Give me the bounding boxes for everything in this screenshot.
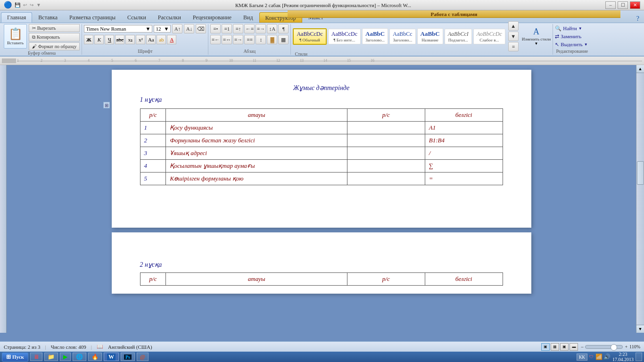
taskbar-word[interactable]: W — [104, 353, 119, 361]
window-controls: – ☐ ✕ — [605, 1, 640, 9]
tab-vid[interactable]: Вид — [238, 12, 259, 23]
decrease-indent-button[interactable]: ←≡ — [244, 24, 255, 33]
minimize-button[interactable]: – — [605, 1, 616, 9]
paste-button[interactable]: 📋 Вставить — [4, 24, 27, 49]
font-name-dropdown[interactable]: Times New Roman ▼ — [84, 25, 152, 33]
tab-recenzirovanie[interactable]: Рецензирование — [187, 12, 237, 23]
change-styles[interactable]: A Изменить стили ▼ — [522, 27, 551, 46]
multi-list-button[interactable]: ≡↑ — [233, 24, 243, 33]
find-button[interactable]: 🔍 Найти ▼ — [555, 25, 589, 32]
quick-access-undo[interactable]: ↩ — [23, 2, 27, 8]
clock[interactable]: 2:23 17.04.2013 — [612, 352, 634, 362]
scroll-up-button[interactable]: ▲ — [636, 65, 644, 73]
clear-format-button[interactable]: ⌫ — [196, 24, 206, 33]
tab-glavnaya[interactable]: Главная — [1, 12, 32, 23]
bold-button[interactable]: Ж — [84, 35, 93, 44]
font-group: Times New Roman ▼ 12 ▼ A↑ A↓ ⌫ Ж К Ч abc — [82, 24, 208, 55]
show-desktop-button[interactable] — [636, 353, 642, 361]
taskbar-media[interactable]: ▶ — [60, 353, 71, 361]
tab-ssylki[interactable]: Ссылки — [122, 12, 152, 23]
styles-scroll-up[interactable]: ▲ — [508, 21, 519, 31]
row3-pc — [347, 147, 425, 160]
quick-access-more[interactable]: ▼ — [36, 2, 41, 8]
zoom-out-button[interactable]: – — [581, 344, 583, 349]
tab-razmetka[interactable]: Разметка страницы — [64, 12, 121, 23]
font-size-dropdown[interactable]: 12 ▼ — [154, 25, 171, 33]
view-print-button[interactable]: ▣ — [541, 343, 550, 351]
quick-access-save[interactable]: 💾 — [15, 2, 20, 8]
format-painter-button[interactable]: 🖌 Формат по образцу — [29, 42, 80, 50]
table-expand-icon[interactable]: ⊞ — [103, 102, 110, 108]
highlight-color-button[interactable]: ab — [157, 35, 166, 44]
show-para-button[interactable]: ¶ — [278, 24, 289, 33]
style-subtitle[interactable]: AaBbCcI Подзагол... — [445, 29, 472, 44]
zoom-in-button[interactable]: + — [625, 344, 627, 349]
quick-access-redo[interactable]: ↪ — [30, 2, 33, 8]
shading-button[interactable]: ▓ — [267, 35, 277, 44]
taskbar-photoshop[interactable]: Ps — [121, 353, 135, 361]
taskbar-presentation[interactable]: 🖥 — [30, 353, 42, 361]
para-group: ≡• ≡1 ≡↑ ←≡ ≡→ ↕A ¶ ≡← ≡↔ ≡→ ≡≡ ↕ ▓ ▦ — [208, 24, 291, 55]
italic-button[interactable]: К — [94, 35, 104, 44]
line-spacing-button[interactable]: ↕ — [256, 35, 266, 44]
table-row: 1 Қосу функциясы A1 — [140, 122, 503, 134]
ruler-track[interactable]: 1 2 3 4 5 6 7 8 9 10 11 12 13 14 15 16 — [17, 58, 642, 63]
tab-rassylki[interactable]: Рассылки — [152, 12, 187, 23]
volume-icon[interactable]: 🔊 — [603, 354, 611, 361]
table-header-row: р/с атауы р/с белгісі — [140, 109, 503, 122]
increase-font-button[interactable]: A↑ — [172, 24, 182, 33]
strikethrough-button[interactable]: abc — [115, 35, 124, 44]
scroll-down-button[interactable]: ▼ — [636, 325, 644, 333]
style-normal[interactable]: AaBbCcDc ¶ Обычный — [293, 28, 326, 45]
style-title[interactable]: AaBbC Название — [417, 28, 443, 44]
style-no-interval[interactable]: AaBbCcDc ¶ Без инте... — [328, 29, 361, 44]
style-heading1[interactable]: AaBbC Заголово... — [362, 28, 388, 44]
underline-button[interactable]: Ч — [105, 35, 114, 44]
align-left-button[interactable]: ≡← — [210, 35, 221, 44]
replace-button[interactable]: ⇄ Заменить — [555, 33, 589, 40]
styles-more[interactable]: ≡ — [508, 42, 519, 51]
taskbar-firefox[interactable]: 🔥 — [88, 353, 102, 361]
language-button[interactable]: КК — [577, 354, 587, 361]
change-case-button[interactable]: Аа — [146, 35, 156, 44]
styles-scroll-down[interactable]: ▼ — [508, 32, 519, 41]
view-web-button[interactable]: ▣ — [560, 343, 569, 351]
taskbar-explorer[interactable]: 📁 — [44, 353, 58, 361]
help-icon[interactable]: ? — [636, 15, 643, 23]
numbered-list-button[interactable]: ≡1 — [222, 24, 232, 33]
spell-check-icon: 📖 — [97, 344, 103, 350]
taskbar-browser[interactable]: 🌐 — [73, 353, 86, 361]
row2-pc — [347, 134, 425, 147]
font-color-button[interactable]: А — [167, 35, 176, 44]
zoom-thumb[interactable] — [611, 344, 617, 351]
row4-belgisi: ∑ — [425, 160, 503, 173]
scroll-thumb[interactable] — [637, 161, 644, 185]
start-button[interactable]: ⊞ Пуск — [2, 353, 28, 362]
view-fullscreen-button[interactable]: ▦ — [551, 343, 559, 351]
taskbar-mail[interactable]: @ — [137, 353, 149, 361]
style-heading2[interactable]: AaBbCc Заголово... — [389, 29, 415, 44]
align-justify-button[interactable]: ≡≡ — [244, 35, 255, 44]
sort-button[interactable]: ↕A — [267, 24, 277, 33]
subscript-button[interactable]: x₂ — [125, 35, 135, 44]
bullet-list-button[interactable]: ≡• — [210, 24, 221, 33]
close-button[interactable]: ✕ — [630, 1, 640, 9]
copy-button[interactable]: ⧉ Копировать — [29, 33, 80, 41]
view-outline-button[interactable]: ▬ — [570, 343, 578, 351]
tab-vstavka[interactable]: Вставка — [33, 12, 63, 23]
zoom-track[interactable] — [585, 345, 623, 349]
align-center-button[interactable]: ≡↔ — [222, 35, 232, 44]
style-weak[interactable]: AoBbCcDc Слабое в... — [473, 29, 505, 44]
row2-num: 2 — [140, 134, 166, 147]
align-right-button[interactable]: ≡→ — [233, 35, 243, 44]
increase-indent-button[interactable]: ≡→ — [256, 24, 266, 33]
maximize-button[interactable]: ☐ — [618, 1, 628, 9]
superscript-button[interactable]: x² — [136, 35, 145, 44]
borders-button[interactable]: ▦ — [278, 35, 289, 44]
decrease-font-button[interactable]: A↓ — [184, 24, 194, 33]
document-scroll-area[interactable]: ⊞ Жұмыс дәптерінде 1 нұсқа р/с атауы р/с… — [7, 65, 636, 333]
select-button[interactable]: ↖ Выделить ▼ — [555, 41, 589, 48]
cut-button[interactable]: ✂ Вырезать — [29, 24, 80, 32]
network-icon[interactable]: 📶 — [595, 354, 603, 361]
ribbon-body: 📋 Вставить ✂ Вырезать ⧉ Копировать — [0, 23, 644, 57]
